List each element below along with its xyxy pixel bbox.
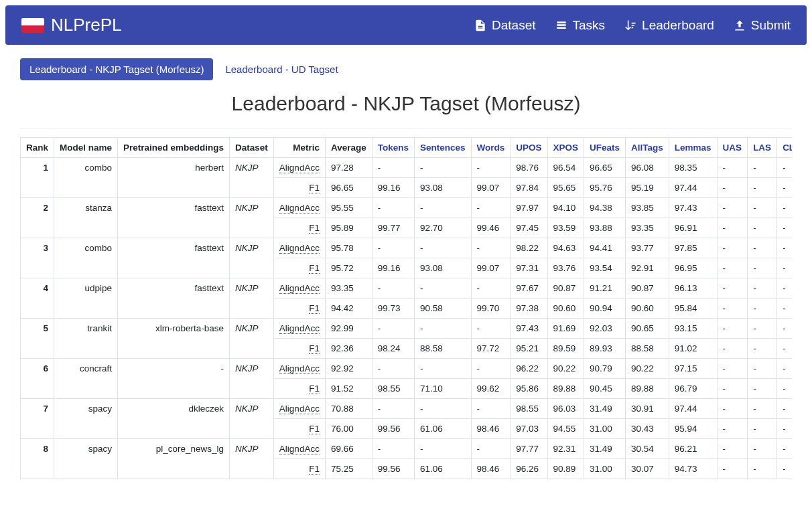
col-clas[interactable]: CLAS — [777, 138, 792, 158]
cell-val: 95.86 — [511, 379, 547, 399]
cell-val: 99.56 — [372, 419, 414, 439]
cell-val: - — [748, 198, 777, 218]
cell-embed: dkleczek — [118, 399, 230, 439]
cell-val: 30.54 — [626, 439, 669, 459]
cell-val: 94.38 — [584, 198, 626, 218]
cell-metric: AligndAcc — [273, 198, 325, 218]
cell-val: - — [717, 319, 748, 339]
cell-val: 97.15 — [669, 359, 717, 379]
cell-val: - — [777, 198, 792, 218]
brand[interactable]: NLPrePL — [21, 15, 122, 35]
col-xpos[interactable]: XPOS — [547, 138, 584, 158]
cell-val: 95.19 — [626, 178, 669, 198]
cell-val: 61.06 — [414, 459, 471, 479]
cell-val: 97.03 — [511, 419, 547, 439]
cell-val: - — [471, 359, 511, 379]
cell-val: 95.89 — [325, 218, 372, 238]
cell-val: - — [414, 238, 471, 258]
nav-dataset[interactable]: Dataset — [474, 18, 535, 33]
navbar: NLPrePL Dataset Tasks Leaderboard Submit — [5, 5, 807, 45]
col-upos[interactable]: UPOS — [511, 138, 547, 158]
leaderboard-table-wrap: Rank Model name Pretrained embeddings Da… — [20, 137, 792, 479]
cell-val: - — [471, 198, 511, 218]
cell-val: 61.06 — [414, 419, 471, 439]
cell-metric: F1 — [273, 419, 325, 439]
cell-val: 89.88 — [626, 379, 669, 399]
cell-val: - — [717, 158, 748, 178]
cell-val: - — [748, 299, 777, 319]
cell-val: 96.79 — [669, 379, 717, 399]
cell-val: 90.79 — [584, 359, 626, 379]
cell-val: - — [717, 399, 748, 419]
tabs: Leaderboard - NKJP Tagset (Morfeusz) Lea… — [20, 58, 792, 80]
cell-val: 93.85 — [626, 198, 669, 218]
cell-val: 30.91 — [626, 399, 669, 419]
nav-dataset-label: Dataset — [492, 18, 535, 33]
cell-val: 91.69 — [547, 319, 584, 339]
col-las[interactable]: LAS — [748, 138, 777, 158]
cell-embed: xlm-roberta-base — [118, 319, 230, 359]
cell-val: 99.46 — [471, 218, 511, 238]
cell-val: 88.58 — [626, 339, 669, 359]
cell-val: 91.52 — [325, 379, 372, 399]
col-uas[interactable]: UAS — [717, 138, 748, 158]
cell-dataset: NKJP — [230, 238, 274, 278]
cell-val: 99.70 — [471, 299, 511, 319]
cell-val: 89.88 — [547, 379, 584, 399]
cell-val: - — [414, 319, 471, 339]
nav-leaderboard[interactable]: Leaderboard — [624, 18, 714, 33]
col-ufeats[interactable]: UFeats — [584, 138, 626, 158]
cell-val: 93.08 — [414, 178, 471, 198]
cell-val: 96.95 — [669, 258, 717, 278]
cell-val: - — [777, 419, 792, 439]
table-row: 5trankitxlm-roberta-baseNKJPAligndAcc92.… — [21, 319, 793, 339]
tab-nkjp[interactable]: Leaderboard - NKJP Tagset (Morfeusz) — [20, 58, 213, 80]
col-alltags[interactable]: AllTags — [626, 138, 669, 158]
col-lemmas[interactable]: Lemmas — [669, 138, 717, 158]
upload-icon — [733, 19, 746, 32]
cell-val: - — [471, 278, 511, 299]
cell-dataset: NKJP — [230, 158, 274, 198]
cell-val: 98.22 — [511, 238, 547, 258]
cell-val: 96.13 — [669, 278, 717, 299]
main: Leaderboard - NKJP Tagset (Morfeusz) Lea… — [0, 45, 812, 493]
cell-val: - — [414, 198, 471, 218]
cell-val: 88.58 — [414, 339, 471, 359]
cell-val: 97.43 — [511, 319, 547, 339]
nav-submit[interactable]: Submit — [733, 18, 791, 33]
cell-val: 93.08 — [414, 258, 471, 278]
col-words[interactable]: Words — [471, 138, 511, 158]
cell-val: - — [748, 319, 777, 339]
cell-val: 69.66 — [325, 439, 372, 459]
col-tokens[interactable]: Tokens — [372, 138, 414, 158]
nav-links: Dataset Tasks Leaderboard Submit — [474, 18, 791, 33]
cell-val: 96.26 — [511, 459, 547, 479]
cell-val: - — [717, 359, 748, 379]
cell-val: 76.00 — [325, 419, 372, 439]
nav-leaderboard-label: Leaderboard — [642, 18, 714, 33]
cell-val: - — [748, 238, 777, 258]
cell-val: - — [414, 399, 471, 419]
tab-ud[interactable]: Leaderboard - UD Tagset — [222, 58, 340, 80]
cell-embed: fasttext — [118, 278, 230, 319]
flag-icon — [21, 18, 44, 33]
cell-val: 94.10 — [547, 198, 584, 218]
cell-val: 98.76 — [511, 158, 547, 178]
cell-val: 90.94 — [584, 299, 626, 319]
cell-val: 97.84 — [511, 178, 547, 198]
cell-val: 93.15 — [669, 319, 717, 339]
cell-val: 93.35 — [626, 218, 669, 238]
cell-val: 96.08 — [626, 158, 669, 178]
cell-dataset: NKJP — [230, 278, 274, 319]
cell-val: 99.16 — [372, 258, 414, 278]
cell-val: 75.25 — [325, 459, 372, 479]
cell-val: - — [777, 238, 792, 258]
cell-val: - — [372, 399, 414, 419]
col-sentences[interactable]: Sentences — [414, 138, 471, 158]
cell-val: - — [748, 339, 777, 359]
nav-tasks[interactable]: Tasks — [555, 18, 606, 33]
cell-val: 90.58 — [414, 299, 471, 319]
cell-val: - — [717, 439, 748, 459]
cell-val: 94.42 — [325, 299, 372, 319]
cell-model: concraft — [54, 359, 118, 399]
